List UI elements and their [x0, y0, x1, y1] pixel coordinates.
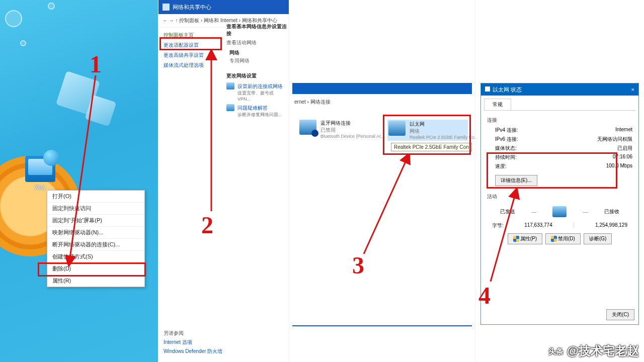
network-type: 专用网络	[226, 57, 287, 69]
section-connection: 连接	[487, 115, 632, 126]
panel-step-4: 以太网 状态 × 常规 连接 IPv4 连接:Internet IPv6 连接:…	[475, 0, 644, 362]
step-label-1: 1	[90, 50, 102, 78]
decoration-bubble	[5, 10, 22, 27]
ctx-shortcut[interactable]: 创建快捷方式(S)	[47, 251, 144, 263]
value-ipv4: Internet	[615, 127, 632, 134]
dialog-icon	[485, 86, 490, 92]
adapter-ethernet[interactable]: 以太网 网络 Realtek PCIe 2.5GbE Family Co...	[387, 120, 468, 141]
label-duration: 持续时间:	[495, 154, 517, 161]
sidebar-header: 控制面板主页	[163, 30, 218, 40]
button-disable[interactable]: 禁用(D)	[545, 233, 581, 244]
button-properties[interactable]: 属性(P)	[508, 233, 542, 244]
adapter-status: 网络	[410, 128, 478, 135]
section-active-net: 查看活动网络	[226, 39, 287, 46]
label-ipv4: IPv4 连接:	[495, 127, 518, 134]
dialog-titlebar[interactable]: 以太网 状态 ×	[481, 83, 638, 96]
value-speed: 100.0 Mbps	[606, 163, 632, 170]
label-ipv6: IPv6 连接:	[495, 136, 518, 143]
label-media: 媒体状态:	[495, 145, 517, 152]
link-new-connection[interactable]: 设置新的连接或网络设置宽带、拨号或 VPN...	[226, 81, 287, 103]
link-change-adapter[interactable]: 更改适配器设置	[163, 40, 218, 50]
ethernet-tooltip: Realtek PCIe 2.5GbE Family Con	[391, 143, 472, 151]
label-received: 已接收	[604, 208, 619, 215]
window-icon	[163, 4, 170, 11]
link-internet-options[interactable]: Internet 选项	[164, 338, 222, 347]
decoration-bubble	[20, 40, 26, 46]
watermark: 头条 @技术宅老赵	[548, 343, 639, 359]
ctx-pin-quick[interactable]: 固定到快速访问	[47, 203, 144, 215]
bluetooth-icon	[299, 120, 316, 135]
svg-line-2	[364, 157, 408, 254]
breadcrumb-connections[interactable]: ernet › 网络连接	[294, 99, 331, 106]
step-label-3: 3	[352, 251, 364, 279]
see-also-head: 另请参阅	[164, 329, 222, 338]
ctx-open[interactable]: 打开(O)	[47, 191, 144, 203]
link-troubleshoot[interactable]: 问题疑难解答诊断并修复网络问题...	[226, 103, 287, 120]
ctx-delete[interactable]: 删除(D)	[47, 263, 144, 275]
decoration-bubble	[48, 3, 55, 10]
link-defender-firewall[interactable]: Windows Defender 防火墙	[164, 347, 222, 356]
network-desktop-icon[interactable]: 网络	[23, 156, 58, 192]
adapter-name: 蓝牙网络连接	[320, 120, 384, 127]
sidebar-links: 控制面板主页 更改适配器设置 更改高级共享设置 媒体流式处理选项	[163, 30, 218, 70]
context-menu: 打开(O) 固定到快速访问 固定到“开始”屏幕(P) 映射网络驱动器(N)...…	[47, 190, 145, 287]
shield-icon	[551, 236, 557, 242]
wizard-icon	[226, 82, 234, 89]
adapter-bluetooth[interactable]: 蓝牙网络连接 已禁用 Bluetooth Device (Personal Ar…	[299, 120, 380, 139]
button-details[interactable]: 详细信息(E)...	[495, 175, 537, 186]
value-sent: 117,633,774	[524, 222, 552, 229]
dialog-title-text: 以太网 状态	[493, 86, 522, 93]
label-sent: 已发送	[500, 208, 515, 215]
section-activity: 活动	[487, 191, 632, 202]
label-speed: 速度:	[495, 163, 507, 170]
network-name: 网络	[226, 46, 287, 57]
button-close[interactable]: 关闭(C)	[606, 309, 634, 320]
see-also: 另请参阅 Internet 选项 Windows Defender 防火墙	[164, 329, 222, 356]
link-media-streaming[interactable]: 媒体流式处理选项	[163, 60, 218, 70]
window-title: 网络和共享中心	[173, 4, 211, 11]
ctx-map-drive[interactable]: 映射网络驱动器(N)...	[47, 227, 144, 239]
bottom-border	[292, 325, 472, 326]
ethernet-icon	[388, 121, 406, 136]
value-ipv6: 无网络访问权限	[597, 136, 632, 143]
network-center-titlebar: 网络和共享中心	[158, 0, 289, 14]
desktop-icon-label: 网络	[35, 185, 46, 191]
tab-general[interactable]: 常规	[484, 99, 511, 110]
ctx-properties[interactable]: 属性(R)	[47, 275, 144, 287]
close-icon[interactable]: ×	[631, 86, 634, 93]
adapter-name: 以太网	[410, 121, 478, 128]
arrow-2	[201, 50, 221, 216]
globe-icon	[43, 150, 59, 166]
panel-step-3: ernet › 网络连接 蓝牙网络连接 已禁用 Bluetooth Device…	[289, 0, 475, 362]
adapter-device: Bluetooth Device (Personal Ar...	[320, 134, 384, 139]
adapter-device: Realtek PCIe 2.5GbE Family Co...	[410, 135, 478, 140]
value-duration: 07:16:06	[613, 154, 632, 161]
step-label-4: 4	[478, 282, 491, 309]
value-media: 已启用	[617, 145, 632, 152]
button-diagnose[interactable]: 诊断(G)	[584, 233, 612, 244]
shield-icon	[513, 236, 519, 242]
troubleshoot-icon	[226, 104, 234, 111]
adapter-status: 已禁用	[320, 127, 384, 134]
panel-step-1: 网络 打开(O) 固定到快速访问 固定到“开始”屏幕(P) 映射网络驱动器(N)…	[0, 0, 158, 362]
label-bytes: 字节:	[492, 222, 504, 229]
toolbar-bar	[292, 83, 472, 94]
arrow-3	[360, 153, 415, 259]
link-advanced-sharing[interactable]: 更改高级共享设置	[163, 50, 218, 60]
section-view-basic: 查看基本网络信息并设置连接	[226, 23, 287, 37]
panel-step-2: 网络和共享中心 ← → ↑ 控制面板 › 网络和 Internet › 网络和共…	[158, 0, 289, 362]
main-content: 查看基本网络信息并设置连接 查看活动网络 网络 专用网络 更改网络设置 设置新的…	[226, 20, 287, 120]
section-change-settings: 更改网络设置	[226, 72, 287, 79]
ctx-disconnect-drive[interactable]: 断开网络驱动器的连接(C)...	[47, 239, 144, 251]
value-recv: 1,254,998,129	[595, 222, 627, 229]
activity-pc-icon	[552, 206, 567, 217]
ctx-pin-start[interactable]: 固定到“开始”屏幕(P)	[47, 215, 144, 227]
step-label-2: 2	[201, 211, 213, 239]
ethernet-status-dialog: 以太网 状态 × 常规 连接 IPv4 连接:Internet IPv6 连接:…	[480, 83, 639, 325]
